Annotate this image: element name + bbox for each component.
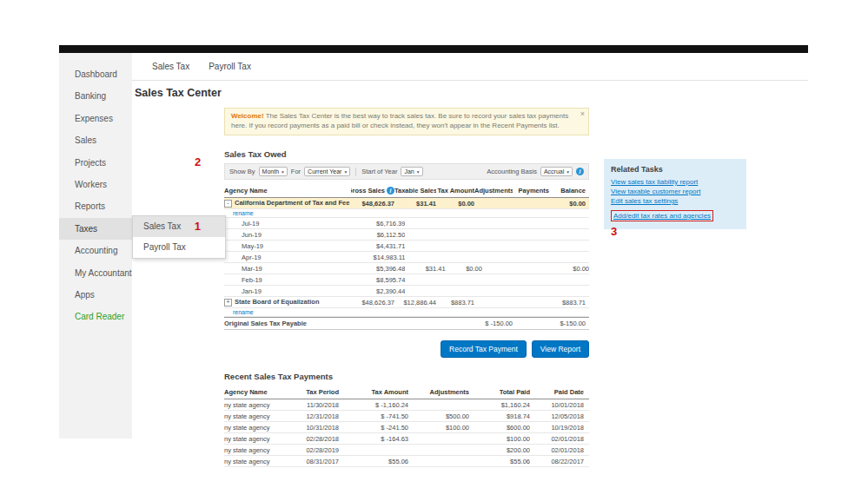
payments-table-header: Agency Name Tax Period Tax Amount Adjust… bbox=[224, 386, 589, 399]
col-tax-period: Tax Period bbox=[287, 388, 339, 396]
sidebar-item-sales[interactable]: Sales bbox=[59, 129, 132, 151]
sidebar-item-taxes[interactable]: Taxes bbox=[59, 218, 132, 240]
tab-sales-tax[interactable]: Sales Tax bbox=[152, 62, 189, 71]
page-title: Sales Tax Center bbox=[135, 87, 808, 99]
close-icon[interactable]: × bbox=[580, 109, 585, 119]
info-icon[interactable]: i bbox=[576, 168, 584, 175]
annotation-3: 3 bbox=[611, 225, 617, 238]
gross-cell: $5,396.48 bbox=[363, 265, 405, 273]
app-body: Dashboard Banking Expenses Sales Project… bbox=[59, 53, 808, 439]
owed-row-month: May-19 $4,431.71 bbox=[224, 241, 589, 252]
content-column: × Welcome! The Sales Tax Center is the b… bbox=[224, 108, 589, 467]
related-tasks-title: Related Tasks bbox=[611, 165, 739, 174]
date-cell: 08/22/2017 bbox=[530, 458, 584, 465]
tax-cell: $883.71 bbox=[436, 299, 474, 307]
owed-table-header: Agency Name Gross Salesi Taxable Sales T… bbox=[224, 184, 589, 198]
sidebar-item-accounting[interactable]: Accounting bbox=[59, 240, 132, 261]
chevron-down-icon: ▾ bbox=[567, 169, 569, 175]
tab-bar: Sales Tax Payroll Tax bbox=[132, 53, 808, 81]
month-cell: Jun-19 bbox=[224, 231, 363, 239]
sidebar-item-projects[interactable]: Projects bbox=[59, 152, 132, 174]
agency-cell: ny state agency bbox=[224, 435, 287, 443]
month-cell: May-19 bbox=[224, 242, 363, 250]
sidebar-item-reports[interactable]: Reports bbox=[59, 195, 132, 217]
col-gross-sales: Gross Salesi bbox=[351, 187, 394, 195]
taxable-cell: $12,886.44 bbox=[394, 299, 436, 307]
sidebar-item-my-accountant[interactable]: My Accountant bbox=[59, 262, 132, 284]
expand-icon[interactable]: + bbox=[224, 299, 232, 307]
main-area: Sales Tax Payroll Tax Sales Tax Center ×… bbox=[132, 53, 808, 439]
paid-cell: $200.00 bbox=[469, 446, 530, 454]
col-total-paid: Total Paid bbox=[469, 388, 530, 396]
col-tax-amount: Tax Amount bbox=[436, 187, 474, 195]
tax-cell: $0.00 bbox=[446, 265, 482, 273]
owed-row-month: Jan-19 $2,390.44 bbox=[224, 286, 589, 297]
period-cell: 12/31/2018 bbox=[287, 412, 339, 420]
amount-cell: $ -241.50 bbox=[339, 424, 408, 432]
gross-cell: $6,716.39 bbox=[363, 220, 405, 228]
start-of-year-dropdown[interactable]: Jan▾ bbox=[401, 167, 422, 176]
show-by-label: Show By bbox=[229, 168, 255, 175]
related-link-taxable-customer-report[interactable]: View taxable customer report bbox=[611, 187, 739, 196]
agency-name: California Department of Tax and Fee A bbox=[235, 199, 351, 207]
period-cell: 08/31/2017 bbox=[287, 458, 339, 465]
related-link-liability-report[interactable]: View sales tax liability report bbox=[611, 177, 739, 187]
sidebar: Dashboard Banking Expenses Sales Project… bbox=[59, 53, 132, 439]
col-paid-date: Paid Date bbox=[530, 388, 584, 396]
annotation-highlight-box: Add/edit tax rates and agencies bbox=[611, 210, 713, 221]
collapse-icon[interactable]: - bbox=[224, 200, 232, 208]
agency-cell: ny state agency bbox=[224, 446, 287, 454]
sidebar-item-card-reader[interactable]: Card Reader bbox=[59, 306, 132, 327]
gross-cell: $14,983.11 bbox=[363, 254, 405, 261]
payment-row: ny state agency 02/28/2018 $ -164.63 $10… bbox=[224, 433, 589, 445]
taxable-cell: $31.41 bbox=[394, 200, 436, 208]
owed-row-month: Feb-19 $8,595.74 bbox=[224, 274, 589, 286]
adj-cell: $500.00 bbox=[408, 412, 469, 420]
rename-row: rename bbox=[224, 308, 589, 317]
payment-row: ny state agency 08/31/2017 $55.06 $55.06… bbox=[224, 456, 589, 467]
rename-link[interactable]: rename bbox=[233, 309, 254, 315]
sidebar-item-banking[interactable]: Banking bbox=[59, 85, 132, 107]
view-report-button[interactable]: View Report bbox=[532, 340, 589, 358]
tab-payroll-tax[interactable]: Payroll Tax bbox=[209, 62, 251, 71]
agency-cell: ny state agency bbox=[224, 401, 287, 409]
show-by-dropdown[interactable]: Month▾ bbox=[259, 167, 288, 176]
rename-link[interactable]: rename bbox=[233, 210, 254, 216]
owed-row-agency[interactable]: +State Board of Equalization $48,626.37 … bbox=[224, 297, 589, 308]
gross-cell: $8,595.74 bbox=[363, 276, 405, 284]
col-adjustments: Adjustments bbox=[408, 388, 469, 396]
sidebar-item-workers[interactable]: Workers bbox=[59, 174, 132, 195]
accounting-basis-dropdown[interactable]: Accrual▾ bbox=[540, 167, 573, 176]
info-icon[interactable]: i bbox=[387, 187, 394, 195]
owed-row-total: Original Sales Tax Payable $ -150.00 $-1… bbox=[224, 317, 589, 330]
related-link-add-edit-tax-rates[interactable]: Add/edit tax rates and agencies bbox=[613, 211, 711, 221]
amount-cell: $ -164.63 bbox=[339, 435, 408, 443]
related-tasks-panel: Related Tasks View sales tax liability r… bbox=[604, 159, 746, 229]
sidebar-item-expenses[interactable]: Expenses bbox=[59, 108, 132, 129]
related-link-sales-tax-settings[interactable]: Edit sales tax settings bbox=[611, 196, 739, 206]
submenu-sales-tax[interactable]: Sales Tax 1 bbox=[133, 216, 225, 237]
app-window: Dashboard Banking Expenses Sales Project… bbox=[59, 45, 808, 439]
gross-cell: $4,431.71 bbox=[363, 242, 405, 250]
record-tax-payment-button[interactable]: Record Tax Payment bbox=[441, 340, 527, 358]
owed-row-month: Mar-19 $5,396.48 $31.41 $0.00 $0.00 bbox=[224, 263, 589, 274]
taxes-submenu: Sales Tax 1 Payroll Tax bbox=[132, 215, 226, 259]
toolbar-divider bbox=[355, 168, 356, 176]
sidebar-item-apps[interactable]: Apps bbox=[59, 284, 132, 306]
amount-cell: $ -741.50 bbox=[339, 412, 408, 420]
chevron-down-icon: ▾ bbox=[344, 169, 347, 175]
month-cell: Jul-19 bbox=[224, 220, 363, 228]
submenu-payroll-tax[interactable]: Payroll Tax bbox=[133, 237, 225, 258]
sidebar-item-dashboard[interactable]: Dashboard bbox=[59, 63, 132, 85]
owed-row-agency[interactable]: -California Department of Tax and Fee A … bbox=[224, 198, 589, 209]
payment-row: ny state agency 12/31/2018 $ -741.50 $50… bbox=[224, 411, 589, 422]
payment-row: ny state agency 10/31/2018 $ -241.50 $10… bbox=[224, 422, 589, 433]
chevron-down-icon: ▾ bbox=[282, 169, 284, 175]
annotation-2: 2 bbox=[195, 155, 201, 168]
month-cell: Apr-19 bbox=[224, 254, 363, 261]
paid-cell: $918.74 bbox=[469, 412, 530, 420]
owed-toolbar: Show By Month▾ For Current Year▾ Start o… bbox=[224, 163, 589, 180]
paid-cell: $55.06 bbox=[469, 458, 530, 465]
period-cell: 11/30/2018 bbox=[287, 401, 339, 409]
for-dropdown[interactable]: Current Year▾ bbox=[304, 167, 350, 176]
